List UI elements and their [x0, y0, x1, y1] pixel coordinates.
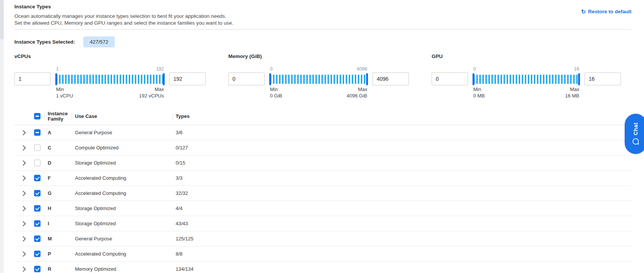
row-types: 8/8 [176, 251, 632, 257]
memory-min-input[interactable] [228, 72, 265, 85]
row-expand-button[interactable] [14, 206, 34, 211]
row-expand-button[interactable] [14, 191, 34, 196]
left-scroll-rail[interactable] [0, 0, 4, 273]
table-row: C Compute Optimized 0/127 [14, 140, 632, 155]
row-family: H [48, 206, 75, 211]
row-types: 4/4 [176, 206, 632, 211]
gpu-max-label: Max [570, 86, 579, 92]
row-family: C [48, 145, 75, 151]
select-all-checkbox[interactable] [34, 113, 41, 119]
memory-slider-max-handle[interactable] [366, 73, 368, 85]
chat-button-label: Chat [633, 122, 639, 135]
row-checkbox[interactable] [34, 251, 41, 257]
row-use-case: Storage Optimized [75, 160, 176, 166]
gpu-slider-section: GPU 0 16 Min Max [432, 53, 621, 99]
row-checkbox[interactable] [34, 144, 41, 151]
instance-table-body: A General Purpose 3/6 C Compute Optimize… [14, 125, 632, 273]
row-types: 32/32 [176, 190, 632, 196]
memory-label: Memory (GiB) [228, 53, 409, 60]
description-line-1: Ocean automatically manages your instanc… [14, 13, 632, 20]
memory-max-input[interactable] [373, 72, 409, 85]
page-description: Ocean automatically manages your instanc… [14, 13, 632, 27]
header-divider [14, 29, 632, 30]
instance-types-selected-badge: 427/572 [83, 36, 115, 47]
vcpu-max-input[interactable] [169, 72, 206, 85]
row-expand-button[interactable] [14, 221, 34, 226]
instance-family-table: Instance Family Use Case Types A General… [14, 108, 632, 273]
memory-slider-min-handle[interactable] [269, 73, 271, 85]
row-use-case: Accelerated Computing [75, 251, 176, 257]
memory-slider-track[interactable] [270, 73, 367, 86]
table-row: H Storage Optimized 4/4 [14, 201, 632, 216]
row-expand-button[interactable] [14, 236, 34, 242]
column-header-use-case: Use Case [75, 114, 176, 119]
row-checkbox[interactable] [34, 175, 41, 181]
row-checkbox[interactable] [34, 160, 41, 166]
row-family: I [48, 221, 75, 226]
row-expand-button[interactable] [14, 267, 34, 272]
vcpu-slider-section: vCPUs 1 192 Min Ma [14, 53, 206, 99]
gpu-slider-max-handle[interactable] [578, 73, 580, 85]
row-types: 125/125 [176, 236, 632, 242]
gpu-min-input[interactable] [432, 72, 468, 85]
vcpu-min-input[interactable] [14, 72, 51, 85]
row-use-case: Accelerated Computing [75, 190, 176, 196]
row-family: M [48, 236, 75, 242]
row-use-case: Storage Optimized [75, 221, 176, 226]
row-checkbox[interactable] [34, 235, 41, 242]
row-use-case: Storage Optimized [75, 206, 176, 211]
row-expand-button[interactable] [14, 145, 34, 151]
row-checkbox[interactable] [34, 205, 41, 212]
chat-button[interactable]: Chat [625, 114, 644, 154]
gpu-max-tick-label: 16 [574, 66, 579, 72]
gpu-max-input[interactable] [585, 72, 621, 85]
row-family: R [48, 266, 75, 272]
vcpu-max-label: Max [154, 86, 164, 92]
table-row: R Memory Optimized 134/134 [14, 262, 632, 273]
row-checkbox[interactable] [34, 190, 41, 196]
gpu-label: GPU [432, 53, 621, 60]
gpu-slider-min-handle[interactable] [472, 73, 474, 85]
row-expand-button[interactable] [14, 176, 34, 181]
row-checkbox[interactable] [34, 266, 41, 272]
gpu-slider-track[interactable] [473, 73, 579, 86]
row-family: P [48, 251, 75, 257]
gpu-min-caption: 0 MB [473, 93, 485, 99]
restore-to-default-button[interactable]: ↻ Restore to default [581, 9, 632, 14]
row-checkbox[interactable] [34, 220, 41, 227]
table-header-row: Instance Family Use Case Types [14, 108, 632, 125]
page-title: Instance Types [14, 4, 632, 9]
row-expand-button[interactable] [14, 251, 34, 257]
gpu-min-tick-label: 0 [473, 66, 476, 72]
chevron-right-icon [22, 251, 26, 257]
chevron-right-icon [22, 160, 26, 166]
row-use-case: Accelerated Computing [75, 175, 176, 181]
vcpu-slider-min-handle[interactable] [55, 73, 57, 85]
chevron-right-icon [22, 221, 26, 226]
restore-icon: ↻ [581, 9, 586, 14]
row-checkbox[interactable] [34, 129, 41, 136]
chevron-right-icon [22, 176, 26, 181]
vcpu-min-label: Min [56, 86, 64, 92]
gpu-min-label: Min [473, 86, 481, 92]
row-expand-button[interactable] [14, 160, 34, 166]
row-types: 3/3 [176, 175, 632, 181]
vcpu-slider-track[interactable] [56, 73, 164, 86]
chevron-right-icon [22, 130, 26, 135]
memory-max-label: Max [358, 86, 367, 92]
left-scroll-thumb[interactable] [0, 0, 4, 39]
memory-min-caption: 0 GiB [270, 93, 282, 99]
row-expand-button[interactable] [14, 130, 34, 135]
chevron-right-icon [22, 236, 26, 242]
vcpu-slider-max-handle[interactable] [163, 73, 165, 85]
row-use-case: General Purpose [75, 130, 176, 135]
vcpu-max-tick-label: 192 [156, 66, 164, 72]
row-use-case: Memory Optimized [75, 266, 176, 272]
table-row: D Storage Optimized 0/15 [14, 155, 632, 171]
memory-min-tick-label: 0 [270, 66, 273, 72]
row-family: G [48, 190, 75, 196]
vcpu-label: vCPUs [14, 53, 206, 60]
row-types: 0/15 [176, 160, 632, 166]
table-row: P Accelerated Computing 8/8 [14, 246, 632, 262]
row-types: 0/127 [176, 145, 632, 151]
